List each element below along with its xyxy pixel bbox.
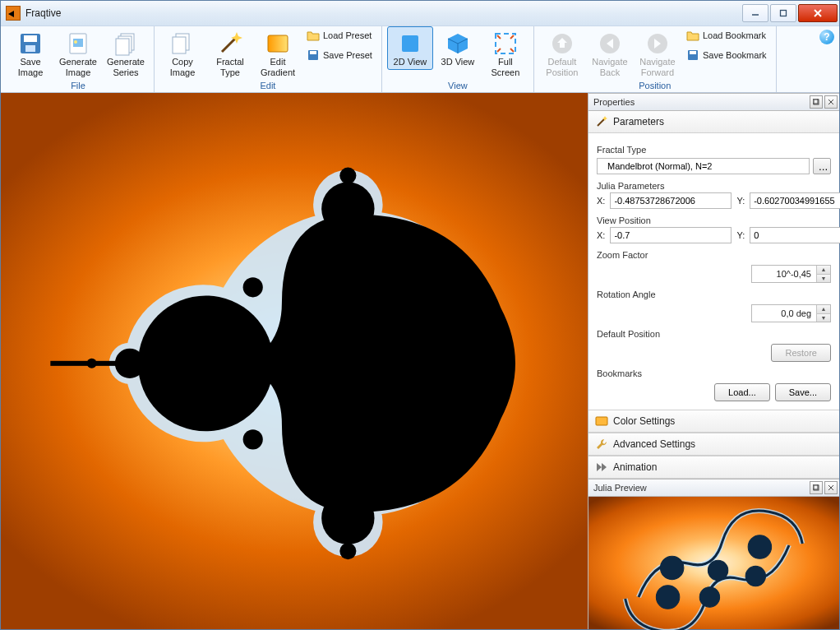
fractal-type-label: Fractal Type — [597, 145, 831, 155]
navigate-back-button[interactable]: Navigate Back — [587, 26, 633, 80]
save-bookmark-button[interactable]: Save Bookmark — [682, 46, 771, 64]
navigate-forward-button[interactable]: Navigate Forward — [635, 26, 681, 80]
3d-view-button[interactable]: 3D View — [435, 26, 481, 70]
fractal-type-field[interactable] — [597, 158, 810, 174]
ribbon-group-edit: Copy Image Fractal Type Edit Gradient — [155, 26, 382, 92]
julia-x-input[interactable] — [610, 192, 732, 209]
view-x-input[interactable] — [610, 227, 732, 243]
svg-rect-18 — [310, 51, 316, 54]
spin-up-icon[interactable]: ▲ — [817, 266, 830, 275]
bookmarks-load-button[interactable]: Load... — [714, 383, 770, 401]
svg-rect-1 — [781, 11, 787, 16]
svg-point-37 — [321, 183, 374, 235]
ribbon-group-file: Save Image Generate Image — [2, 26, 155, 92]
rotation-spinner[interactable]: 0,0 deg ▲▼ — [751, 304, 831, 322]
svg-point-44 — [243, 429, 263, 449]
app-window: Fraqtive Save — [0, 0, 840, 630]
svg-point-57 — [748, 535, 771, 558]
dock-close-button[interactable] — [824, 95, 838, 109]
default-position-button[interactable]: Default Position — [539, 26, 585, 80]
full-screen-button[interactable]: Full Screen — [482, 26, 528, 80]
zoom-spinner[interactable]: 10^-0,45 ▲▼ — [751, 265, 831, 283]
svg-rect-50 — [596, 417, 607, 425]
parameters-header-label: Parameters — [613, 116, 664, 127]
page-icon — [65, 30, 91, 57]
dock-float-button[interactable] — [810, 95, 823, 109]
gradient-icon — [265, 30, 291, 57]
advanced-settings-header[interactable]: Advanced Settings — [588, 433, 839, 456]
arrow-left-icon — [597, 30, 623, 57]
svg-point-41 — [450, 252, 469, 272]
save-image-button[interactable]: Save Image — [7, 26, 53, 80]
floppy-icon — [17, 30, 44, 57]
gradient-small-icon — [595, 415, 608, 428]
load-preset-button[interactable]: Load Preset — [302, 26, 376, 44]
fractal-type-button[interactable]: Fractal Type — [207, 26, 253, 80]
minimize-button[interactable] — [742, 4, 768, 22]
right-dock-column: Properties Parameters Fractal Type — [588, 93, 839, 629]
parameters-body: Fractal Type ... Julia Parameters X: Y: … — [588, 133, 839, 410]
edit-gradient-button[interactable]: Edit Gradient — [255, 26, 301, 80]
julia-preview-dock-title[interactable]: Julia Preview — [588, 479, 839, 497]
fractal-viewport[interactable] — [1, 93, 588, 629]
save-preset-button[interactable]: Save Preset — [302, 46, 376, 64]
spin-down-icon[interactable]: ▼ — [817, 314, 830, 322]
ribbon-toolbar: Save Image Generate Image — [1, 26, 839, 93]
preview-float-button[interactable] — [810, 481, 823, 494]
fractal-type-browse-button[interactable]: ... — [813, 158, 831, 174]
ribbon-group-position: Default Position Navigate Back Navigate … — [534, 26, 777, 92]
spin-down-icon[interactable]: ▼ — [817, 275, 830, 283]
maximize-button[interactable] — [770, 4, 796, 22]
svg-line-49 — [598, 119, 604, 126]
svg-point-40 — [339, 543, 356, 559]
preview-close-button[interactable] — [824, 481, 838, 494]
floppy-small-icon — [686, 49, 699, 62]
view-position-label: View Position — [597, 215, 831, 225]
svg-rect-12 — [116, 39, 129, 55]
ribbon-caption-position: Position — [639, 81, 671, 90]
wrench-icon — [595, 438, 608, 451]
animation-header[interactable]: Animation — [588, 456, 839, 479]
window-title: Fraqtive — [25, 7, 742, 19]
bookmarks-label: Bookmarks — [597, 368, 831, 378]
copy-image-button[interactable]: Copy Image — [159, 26, 205, 80]
floppy-small-icon — [307, 49, 320, 62]
x-label: X: — [597, 196, 605, 206]
close-button[interactable] — [798, 4, 838, 22]
color-settings-header[interactable]: Color Settings — [588, 410, 839, 433]
wand-icon — [217, 30, 243, 57]
svg-point-39 — [339, 168, 356, 184]
properties-dock-title[interactable]: Properties — [588, 93, 839, 111]
view-y-input[interactable] — [750, 227, 840, 243]
svg-rect-19 — [402, 35, 418, 52]
help-button[interactable]: ? — [819, 30, 834, 44]
ribbon-group-view: 2D View 3D View Full Screen — [382, 26, 534, 92]
2d-view-button[interactable]: 2D View — [387, 26, 433, 70]
restore-button[interactable]: Restore — [771, 344, 831, 362]
svg-rect-16 — [268, 35, 288, 52]
bookmarks-save-button[interactable]: Save... — [775, 383, 831, 401]
julia-preview-panel — [588, 497, 839, 629]
svg-point-55 — [660, 556, 683, 579]
svg-line-15 — [222, 39, 235, 52]
parameters-header[interactable]: Parameters — [588, 111, 839, 133]
wand-small-icon — [595, 115, 608, 128]
load-bookmark-button[interactable]: Load Bookmark — [682, 26, 771, 44]
fast-forward-icon — [595, 461, 608, 474]
title-bar[interactable]: Fraqtive — [1, 1, 839, 26]
julia-y-input[interactable] — [750, 192, 840, 209]
stack-icon — [113, 30, 139, 57]
julia-icon — [588, 497, 839, 630]
svg-point-38 — [321, 492, 374, 544]
generate-series-button[interactable]: Generate Series — [103, 26, 149, 80]
ribbon-caption-file: File — [71, 81, 85, 90]
home-arrow-icon — [549, 30, 575, 57]
svg-point-58 — [745, 566, 765, 586]
spin-up-icon[interactable]: ▲ — [817, 305, 830, 314]
julia-preview-viewport[interactable] — [588, 497, 839, 629]
y-label: Y: — [736, 196, 745, 206]
mandelbrot-icon — [1, 93, 588, 629]
properties-accordion: Parameters Fractal Type ... Julia Parame… — [588, 111, 839, 479]
folder-open-icon — [307, 29, 320, 42]
generate-image-button[interactable]: Generate Image — [55, 26, 101, 80]
